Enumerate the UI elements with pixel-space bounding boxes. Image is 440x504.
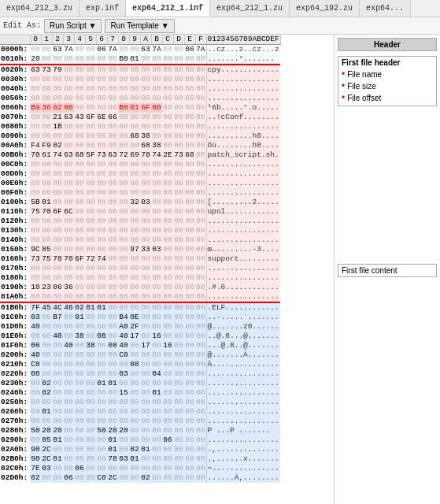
hex-cell[interactable]: 00: [107, 122, 118, 132]
hex-cell[interactable]: 00: [52, 379, 63, 388]
hex-cell[interactable]: 00: [173, 273, 184, 283]
hex-cell[interactable]: 00: [162, 273, 173, 283]
hex-cell[interactable]: 00: [173, 75, 184, 84]
hex-cell[interactable]: 00: [30, 379, 41, 388]
hex-cell[interactable]: 00: [151, 169, 162, 179]
hex-cell[interactable]: 00: [151, 103, 162, 113]
hex-cell[interactable]: 00: [85, 122, 96, 132]
hex-cell[interactable]: 03: [151, 245, 162, 254]
hex-cell[interactable]: 00: [96, 350, 107, 360]
hex-cell[interactable]: 00: [118, 292, 129, 302]
hex-cell[interactable]: 00: [184, 407, 195, 417]
hex-cell[interactable]: 02: [140, 473, 151, 483]
hex-cell[interactable]: 00: [140, 160, 151, 169]
hex-cell[interactable]: 68: [74, 150, 85, 160]
table-row[interactable]: 0180h:00000000000000000000000000000000..…: [0, 273, 280, 283]
hex-cell[interactable]: 16: [151, 332, 162, 341]
hex-cell[interactable]: 00: [118, 407, 129, 417]
hex-cell[interactable]: 00: [162, 235, 173, 245]
hex-cell[interactable]: 00: [52, 273, 63, 283]
hex-cell[interactable]: 74: [96, 254, 107, 264]
hex-cell[interactable]: 00: [30, 160, 41, 169]
hex-cell[interactable]: 00: [30, 94, 41, 103]
hex-cell[interactable]: 00: [30, 217, 41, 226]
hex-cell[interactable]: 00: [173, 302, 184, 313]
hex-cell[interactable]: 00: [63, 426, 74, 435]
table-row[interactable]: 01A0h:00000000000000000000000000000000..…: [0, 292, 280, 302]
hex-cell[interactable]: 73: [173, 150, 184, 160]
hex-cell[interactable]: 00: [30, 188, 41, 198]
hex-cell[interactable]: 6E: [96, 113, 107, 122]
hex-cell[interactable]: 00: [173, 332, 184, 341]
hex-cell[interactable]: 00: [195, 254, 206, 264]
hex-cell[interactable]: 00: [74, 132, 85, 141]
hex-cell[interactable]: 00: [162, 226, 173, 235]
hex-cell[interactable]: 00: [173, 179, 184, 188]
hex-cell[interactable]: 00: [195, 292, 206, 302]
hex-cell[interactable]: 00: [118, 84, 129, 94]
hex-cell[interactable]: 5F: [85, 150, 96, 160]
hex-cell[interactable]: 00: [173, 341, 184, 350]
hex-cell[interactable]: 00: [184, 264, 195, 273]
hex-cell[interactable]: 72: [85, 254, 96, 264]
hex-cell[interactable]: 00: [85, 198, 96, 207]
hex-cell[interactable]: 00: [107, 65, 118, 75]
hex-cell[interactable]: 63: [63, 113, 74, 122]
table-row[interactable]: 01E0h:00004000380008004017001600000000..…: [0, 332, 280, 341]
table-row[interactable]: 0090h:00000000000000000068380000000000..…: [0, 132, 280, 141]
hex-cell[interactable]: 00: [129, 84, 140, 94]
hex-cell[interactable]: 00: [162, 217, 173, 226]
hex-cell[interactable]: 00: [85, 54, 96, 65]
hex-cell[interactable]: 00: [63, 322, 74, 332]
hex-cell[interactable]: 00: [118, 45, 129, 55]
hex-cell[interactable]: 00: [41, 360, 52, 369]
hex-cell[interactable]: 00: [107, 94, 118, 103]
hex-cell[interactable]: 00: [162, 254, 173, 264]
hex-cell[interactable]: 00: [118, 464, 129, 473]
hex-cell[interactable]: 00: [41, 292, 52, 302]
hex-cell[interactable]: 00: [140, 464, 151, 473]
hex-cell[interactable]: 00: [162, 169, 173, 179]
hex-cell[interactable]: 00: [107, 188, 118, 198]
hex-cell[interactable]: 00: [52, 473, 63, 483]
hex-cell[interactable]: 00: [41, 132, 52, 141]
hex-cell[interactable]: 00: [96, 65, 107, 75]
hex-cell[interactable]: 00: [41, 341, 52, 350]
hex-cell[interactable]: 00: [129, 179, 140, 188]
hex-cell[interactable]: 00: [74, 264, 85, 273]
hex-cell[interactable]: 01: [107, 379, 118, 388]
hex-cell[interactable]: 00: [184, 188, 195, 198]
hex-cell[interactable]: 00: [184, 292, 195, 302]
hex-cell[interactable]: 02: [41, 379, 52, 388]
hex-cell[interactable]: 7A: [107, 45, 118, 55]
hex-cell[interactable]: 00: [52, 360, 63, 369]
hex-cell[interactable]: 00: [85, 407, 96, 417]
hex-cell[interactable]: 00: [107, 360, 118, 369]
hex-cell[interactable]: 00: [96, 226, 107, 235]
hex-cell[interactable]: 00: [118, 141, 129, 150]
hex-cell[interactable]: 00: [129, 65, 140, 75]
hex-cell[interactable]: 00: [140, 94, 151, 103]
hex-cell[interactable]: 00: [173, 388, 184, 398]
hex-cell[interactable]: 00: [74, 179, 85, 188]
hex-table-wrapper[interactable]: 0 1 2 3 4 5 6 7 8 9 A B C D E: [0, 35, 334, 504]
hex-cell[interactable]: 63: [107, 150, 118, 160]
hex-cell[interactable]: 20: [107, 426, 118, 435]
hex-cell[interactable]: 38: [151, 141, 162, 150]
hex-cell[interactable]: 00: [162, 245, 173, 254]
hex-cell[interactable]: 00: [74, 141, 85, 150]
hex-cell[interactable]: 00: [74, 45, 85, 55]
hex-cell[interactable]: 00: [173, 45, 184, 55]
hex-cell[interactable]: 00: [63, 360, 74, 369]
hex-cell[interactable]: 00: [63, 103, 74, 113]
hex-cell[interactable]: 00: [162, 198, 173, 207]
hex-cell[interactable]: 73: [30, 254, 41, 264]
hex-cell[interactable]: 00: [118, 113, 129, 122]
hex-cell[interactable]: 00: [96, 235, 107, 245]
hex-cell[interactable]: 00: [129, 113, 140, 122]
hex-cell[interactable]: 00: [85, 245, 96, 254]
hex-cell[interactable]: 00: [118, 435, 129, 445]
hex-cell[interactable]: 74: [52, 150, 63, 160]
hex-cell[interactable]: 00: [118, 198, 129, 207]
hex-cell[interactable]: 08: [107, 341, 118, 350]
